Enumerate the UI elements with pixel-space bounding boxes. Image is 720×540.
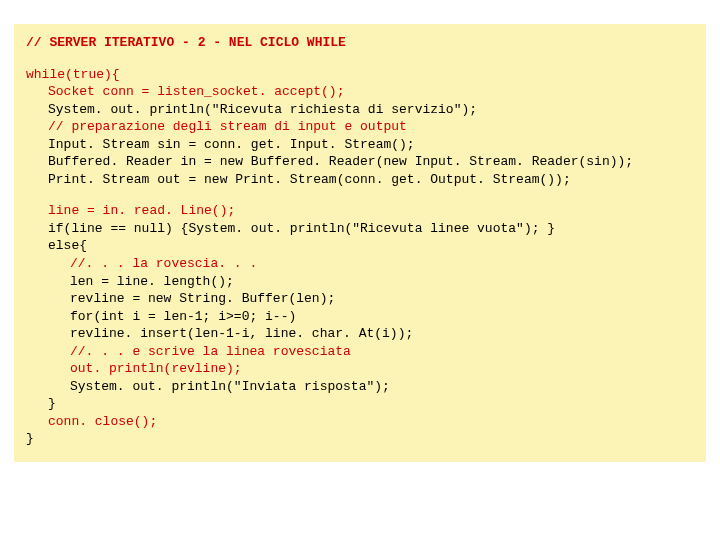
code-line: line = in. read. Line();: [26, 202, 694, 220]
code-line: while(true){: [26, 66, 694, 84]
code-block: // SERVER ITERATIVO - 2 - NEL CICLO WHIL…: [14, 24, 706, 462]
code-line: if(line == null) {System. out. println("…: [26, 220, 694, 238]
code-line: revline = new String. Buffer(len);: [26, 290, 694, 308]
code-line: for(int i = len-1; i>=0; i--): [26, 308, 694, 326]
code-line-header: // SERVER ITERATIVO - 2 - NEL CICLO WHIL…: [26, 34, 694, 52]
code-line: Socket conn = listen_socket. accept();: [26, 83, 694, 101]
code-line: else{: [26, 237, 694, 255]
code-line: Buffered. Reader in = new Buffered. Read…: [26, 153, 694, 171]
code-line: // preparazione degli stream di input e …: [26, 118, 694, 136]
code-line: }: [26, 395, 694, 413]
code-line: System. out. println("Ricevuta richiesta…: [26, 101, 694, 119]
code-line: System. out. println("Inviata risposta")…: [26, 378, 694, 396]
code-line: Input. Stream sin = conn. get. Input. St…: [26, 136, 694, 154]
code-line: }: [26, 430, 694, 448]
code-line: len = line. length();: [26, 273, 694, 291]
code-line: //. . . la rovescia. . .: [26, 255, 694, 273]
blank-line: [26, 52, 694, 66]
blank-line: [26, 188, 694, 202]
code-line: Print. Stream out = new Print. Stream(co…: [26, 171, 694, 189]
code-line: conn. close();: [26, 413, 694, 431]
code-line: //. . . e scrive la linea rovesciata: [26, 343, 694, 361]
code-line: out. println(revline);: [26, 360, 694, 378]
code-line: revline. insert(len-1-i, line. char. At(…: [26, 325, 694, 343]
